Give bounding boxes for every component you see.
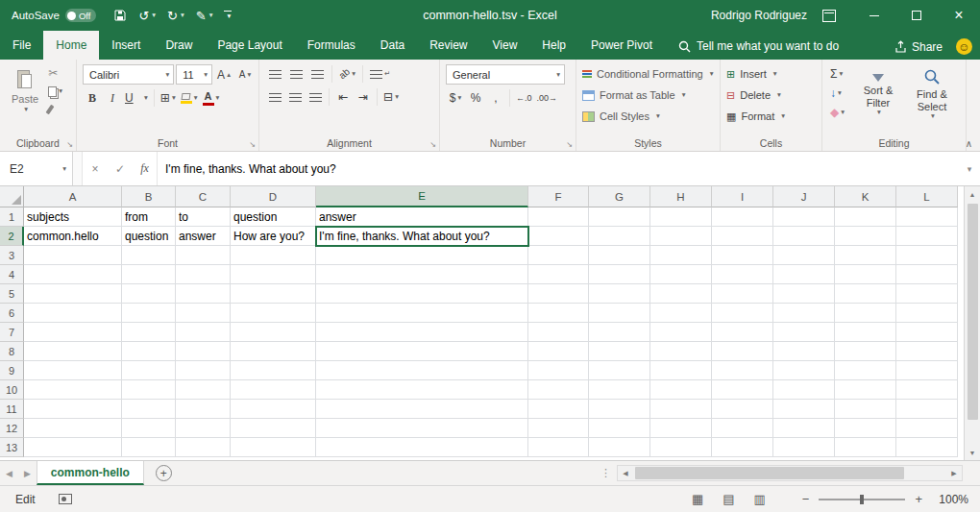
zoom-slider-thumb[interactable] bbox=[860, 495, 864, 504]
cell-E9[interactable] bbox=[316, 361, 528, 380]
ribbon-display-options-button[interactable] bbox=[822, 10, 836, 22]
cell-F8[interactable] bbox=[528, 342, 589, 361]
align-right-button[interactable] bbox=[306, 87, 325, 107]
cell-H13[interactable] bbox=[650, 438, 712, 457]
cell-A4[interactable] bbox=[24, 265, 122, 284]
cell-B11[interactable] bbox=[122, 400, 176, 419]
increase-font-size-button[interactable]: A▴ bbox=[214, 65, 233, 85]
cell-C13[interactable] bbox=[176, 438, 231, 457]
cell-D2[interactable]: How are you? bbox=[231, 227, 316, 246]
comma-style-button[interactable]: , bbox=[486, 88, 505, 108]
column-header-F[interactable]: F bbox=[528, 186, 589, 207]
cell-L4[interactable] bbox=[896, 265, 958, 284]
column-header-L[interactable]: L bbox=[896, 186, 958, 207]
row-header-1[interactable]: 1 bbox=[0, 207, 24, 227]
row-header-13[interactable]: 13 bbox=[0, 438, 24, 457]
tab-scrollbar-splitter[interactable]: ⋮ bbox=[595, 467, 617, 479]
cell-B4[interactable] bbox=[122, 265, 176, 284]
formula-input[interactable]: I'm fine, thanks. What about you? bbox=[158, 152, 959, 185]
cell-I7[interactable] bbox=[712, 323, 773, 342]
cell-A8[interactable] bbox=[24, 342, 122, 361]
cell-H9[interactable] bbox=[650, 361, 712, 380]
decrease-decimal-button[interactable]: .00→ bbox=[535, 88, 560, 108]
cell-K2[interactable] bbox=[835, 227, 896, 246]
normal-view-button[interactable]: ▦ bbox=[684, 490, 711, 508]
cell-E5[interactable] bbox=[316, 284, 528, 304]
share-button[interactable]: Share bbox=[894, 40, 943, 54]
cell-H5[interactable] bbox=[650, 284, 712, 304]
cell-J7[interactable] bbox=[773, 323, 835, 342]
collapse-ribbon-button[interactable]: ∧ bbox=[966, 138, 972, 149]
macro-record-button[interactable] bbox=[59, 494, 72, 504]
cell-K6[interactable] bbox=[835, 304, 896, 323]
decrease-indent-button[interactable]: ⇤ bbox=[333, 87, 353, 107]
cell-F2[interactable] bbox=[528, 227, 589, 246]
row-header-9[interactable]: 9 bbox=[0, 361, 24, 380]
tab-formulas[interactable]: Formulas bbox=[295, 31, 368, 60]
align-middle-button[interactable] bbox=[286, 64, 306, 84]
tab-home[interactable]: Home bbox=[43, 31, 99, 60]
cell-H4[interactable] bbox=[650, 265, 712, 284]
tab-insert[interactable]: Insert bbox=[99, 31, 153, 60]
column-header-A[interactable]: A bbox=[24, 186, 122, 207]
cell-K13[interactable] bbox=[835, 438, 896, 457]
row-header-6[interactable]: 6 bbox=[0, 304, 24, 323]
cell-I1[interactable] bbox=[712, 207, 773, 227]
cell-A12[interactable] bbox=[24, 419, 122, 438]
cell-D4[interactable] bbox=[231, 265, 316, 284]
cell-F4[interactable] bbox=[528, 265, 589, 284]
align-left-button[interactable] bbox=[265, 87, 284, 107]
vertical-scrollbar-thumb[interactable] bbox=[968, 204, 978, 420]
cell-E2[interactable]: I'm fine, thanks. What about you? bbox=[316, 227, 528, 246]
conditional-formatting-button[interactable]: Conditional Formatting▾ bbox=[582, 64, 716, 84]
cut-button[interactable]: ✂ bbox=[46, 64, 65, 82]
column-header-H[interactable]: H bbox=[650, 186, 712, 207]
cell-H3[interactable] bbox=[650, 246, 712, 265]
tab-power-pivot[interactable]: Power Pivot bbox=[578, 31, 665, 60]
clear-button[interactable]: ◆▾ bbox=[828, 103, 847, 121]
cell-A11[interactable] bbox=[24, 400, 122, 419]
insert-function-button[interactable]: fx bbox=[133, 152, 158, 185]
cell-B13[interactable] bbox=[122, 438, 176, 457]
find-select-button[interactable]: Find & Select ▾ bbox=[905, 64, 959, 122]
row-header-11[interactable]: 11 bbox=[0, 400, 24, 419]
horizontal-scrollbar-track[interactable] bbox=[633, 466, 946, 480]
cell-H2[interactable] bbox=[650, 227, 712, 246]
cell-L5[interactable] bbox=[896, 284, 958, 304]
row-header-7[interactable]: 7 bbox=[0, 323, 24, 342]
cell-L6[interactable] bbox=[896, 304, 958, 323]
scroll-right-button[interactable]: ▶ bbox=[946, 470, 962, 477]
cell-A2[interactable]: common.hello bbox=[24, 227, 122, 246]
cell-G1[interactable] bbox=[589, 207, 650, 227]
user-name[interactable]: Rodrigo Rodriguez bbox=[711, 9, 807, 22]
cell-D1[interactable]: question bbox=[231, 207, 316, 227]
cell-J2[interactable] bbox=[773, 227, 835, 246]
cell-B5[interactable] bbox=[122, 284, 176, 304]
cell-F10[interactable] bbox=[528, 380, 589, 400]
paste-button[interactable]: Paste ▾ bbox=[6, 67, 44, 114]
row-header-10[interactable]: 10 bbox=[0, 380, 24, 400]
column-header-B[interactable]: B bbox=[122, 186, 176, 207]
accounting-format-button[interactable]: $▾ bbox=[446, 88, 465, 108]
clipboard-dialog-launcher[interactable]: ↘ bbox=[66, 140, 73, 149]
cell-F13[interactable] bbox=[528, 438, 589, 457]
page-break-view-button[interactable]: ▥ bbox=[747, 490, 773, 508]
cell-E1[interactable]: answer bbox=[316, 207, 528, 227]
close-button[interactable]: × bbox=[938, 0, 980, 31]
cell-A7[interactable] bbox=[24, 323, 122, 342]
delete-cells-button[interactable]: ⊟Delete▾ bbox=[726, 85, 818, 105]
cell-J6[interactable] bbox=[773, 304, 835, 323]
cell-G9[interactable] bbox=[589, 361, 650, 380]
cell-C10[interactable] bbox=[176, 380, 231, 400]
cell-A5[interactable] bbox=[24, 284, 122, 304]
zoom-out-button[interactable]: − bbox=[796, 492, 816, 506]
row-header-5[interactable]: 5 bbox=[0, 284, 24, 304]
row-header-4[interactable]: 4 bbox=[0, 265, 24, 284]
column-header-I[interactable]: I bbox=[712, 186, 773, 207]
cell-E7[interactable] bbox=[316, 323, 528, 342]
cell-E12[interactable] bbox=[316, 419, 528, 438]
cell-C4[interactable] bbox=[176, 265, 231, 284]
scroll-up-button[interactable]: ▲ bbox=[965, 186, 980, 202]
zoom-percentage[interactable]: 100% bbox=[932, 493, 968, 506]
cell-J5[interactable] bbox=[773, 284, 835, 304]
